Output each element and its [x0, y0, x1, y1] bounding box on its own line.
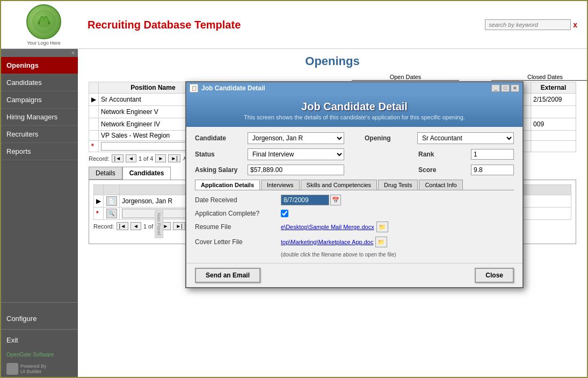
modal-footer: Send an Email Close: [186, 263, 522, 287]
file-hint: (double click the filename above to open…: [281, 252, 514, 258]
nav-first-button[interactable]: |◄: [112, 154, 124, 162]
rank-label: Rank: [418, 151, 467, 158]
nav-prev-button[interactable]: ◄: [126, 154, 136, 162]
modal-titlebar-title: Job Candidate Detail: [201, 84, 491, 92]
logo-icon: [26, 4, 61, 39]
date-received-input[interactable]: [281, 195, 329, 205]
resume-link[interactable]: e\Desktop\Sample Mail Merge.docx: [281, 224, 374, 230]
modal-subtitle: This screen shows the details of this ca…: [197, 114, 512, 120]
tab-drug-tests[interactable]: Drug Tests: [378, 180, 418, 190]
cover-letter-label: Cover Letter File: [195, 238, 281, 246]
cand-nav-last-button[interactable]: ►|: [173, 222, 185, 230]
opening-select[interactable]: Sr Accountant: [417, 132, 514, 144]
closed-external-cell: [531, 131, 576, 141]
cover-letter-browse-button[interactable]: 📁: [375, 237, 387, 247]
modal-restore-button[interactable]: □: [501, 84, 510, 92]
cover-letter-link[interactable]: top\Marketing\Marketplace App.doc: [281, 239, 373, 245]
tab-details[interactable]: Details: [89, 167, 122, 180]
resume-row: Resume File e\Desktop\Sample Mail Merge.…: [195, 222, 514, 232]
sidebar-item-candidates[interactable]: Candidates: [1, 74, 78, 91]
opening-label: Opening: [365, 134, 413, 142]
sidebar-divider-2: [1, 329, 78, 330]
svg-point-1: [38, 19, 50, 27]
app-details-content: Date Received 📅 Application Complete? Re…: [195, 195, 514, 258]
app-complete-label: Application Complete?: [195, 210, 281, 217]
side-panel-text: Nav Panel: [155, 210, 163, 238]
rank-input[interactable]: [471, 149, 514, 160]
sidebar-divider: [1, 302, 78, 303]
tab-skills[interactable]: Skills and Competencies: [301, 180, 377, 190]
sidebar-brand: OpenGate Software: [1, 348, 78, 361]
app-complete-row: Application Complete?: [195, 210, 514, 217]
sidebar-item-reports[interactable]: Reports: [1, 143, 78, 160]
nav-position: 1 of 4: [139, 155, 154, 162]
modal-close-button[interactable]: ✕: [511, 84, 519, 92]
date-received-label: Date Received: [195, 196, 281, 204]
status-row-fields: Status Final Interview Rank: [195, 148, 514, 160]
closed-external-cell: 009: [531, 118, 576, 131]
tab-candidates[interactable]: Candidates: [122, 167, 171, 180]
date-received-row: Date Received 📅: [195, 195, 514, 205]
sidebar-item-hiring-managers[interactable]: Hiring Managers: [1, 109, 78, 126]
powered-text: Powered ByUI Builder: [20, 363, 47, 374]
search-clear-button[interactable]: x: [573, 20, 577, 29]
page-title: Openings: [89, 54, 576, 68]
header-title: Recruiting Database Template: [82, 19, 485, 31]
close-button[interactable]: Close: [475, 268, 514, 283]
top-bar: Your Logo Here Recruiting Database Templ…: [1, 1, 587, 49]
score-input[interactable]: [471, 165, 514, 175]
nav-label: Record:: [89, 155, 110, 162]
cand-nav-first-button[interactable]: |◄: [117, 222, 129, 230]
sidebar-powered: Powered ByUI Builder: [1, 361, 78, 377]
app-tabs: Application Details Interviews Skills an…: [195, 180, 514, 190]
candidate-row-fields: Candidate Jorgenson, Jan R Opening Sr Ac…: [195, 132, 514, 144]
sidebar-exit-button[interactable]: Exit: [1, 332, 78, 348]
nav-label-2: Record:: [93, 223, 114, 230]
sidebar-item-campaigns[interactable]: Campaigns: [1, 91, 78, 109]
asking-salary-input[interactable]: [248, 165, 344, 175]
app-complete-checkbox[interactable]: [281, 210, 288, 217]
modal-window: 📋 Job Candidate Detail _ □ ✕ Job Candida…: [185, 81, 524, 288]
sidebar-item-recruiters[interactable]: Recruiters: [1, 126, 78, 143]
tab-application-details[interactable]: Application Details: [195, 180, 260, 190]
resume-browse-button[interactable]: 📁: [376, 222, 388, 232]
powered-icon: [6, 363, 18, 375]
tab-contact-info[interactable]: Contact Info: [419, 180, 462, 190]
candidate-icon: 📄: [106, 196, 117, 206]
modal-titlebar: 📋 Job Candidate Detail _ □ ✕: [186, 82, 522, 94]
cover-letter-row: Cover Letter File top\Marketing\Marketpl…: [195, 237, 514, 247]
search-area: x: [485, 19, 577, 30]
open-dates-header: Open Dates: [352, 74, 459, 81]
sidebar-collapse-button[interactable]: <: [1, 49, 78, 57]
candidate-label: Candidate: [195, 134, 243, 142]
score-label: Score: [418, 166, 467, 174]
calendar-icon[interactable]: 📅: [330, 195, 341, 205]
cand-nav-prev-button[interactable]: ◄: [130, 222, 141, 230]
closed-dates-header: Closed Dates: [491, 74, 587, 81]
sidebar-configure-button[interactable]: Configure: [1, 310, 78, 327]
col-closed-external: External: [531, 82, 576, 94]
main-content: Openings Open Dates Closed Dates Positio…: [78, 49, 587, 377]
status-label: Status: [195, 151, 243, 158]
nav-next-button[interactable]: ►: [155, 154, 166, 162]
asking-salary-label: Asking Salary: [195, 166, 243, 174]
tab-interviews[interactable]: Interviews: [261, 180, 300, 190]
logo-area: Your Logo Here: [5, 3, 82, 46]
modal-body: Candidate Jorgenson, Jan R Opening Sr Ac…: [186, 127, 522, 263]
logo-text: Your Logo Here: [27, 40, 61, 46]
candidate-select[interactable]: Jorgenson, Jan R: [248, 132, 344, 144]
salary-row-fields: Asking Salary Score: [195, 165, 514, 175]
modal-minimize-button[interactable]: _: [491, 84, 500, 92]
closed-external-cell: [531, 106, 576, 118]
candidate-new-icon: 🔍: [106, 209, 117, 218]
search-input[interactable]: [485, 19, 571, 30]
new-row-indicator: *: [91, 142, 94, 150]
nav-last-button[interactable]: ►|: [168, 154, 180, 162]
send-email-button[interactable]: Send an Email: [195, 268, 260, 283]
modal-icon: 📋: [190, 84, 198, 92]
sidebar-item-openings[interactable]: Openings: [1, 57, 78, 74]
sidebar: < Openings Candidates Campaigns Hiring M…: [1, 49, 78, 377]
closed-external-cell: 2/15/2009: [531, 94, 576, 106]
app-title: Recruiting Database Template: [88, 19, 241, 31]
status-modal-select[interactable]: Final Interview: [248, 148, 344, 160]
